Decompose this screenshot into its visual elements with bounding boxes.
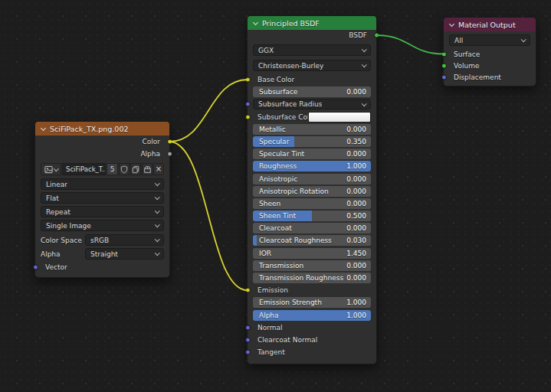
slider-sheen-tint[interactable]: Sheen Tint0.500 [253,211,371,221]
color-swatch[interactable] [308,112,371,122]
dropdown-linear[interactable]: Linear [41,178,164,190]
image-name-field[interactable]: SciFiPack_T... [62,163,106,175]
slider-specular[interactable]: Specular0.350 [253,136,371,147]
socket-out-displacement-icon[interactable] [441,74,447,80]
in-row: Vector [41,261,164,273]
socket-bsdf-cc-normal-icon[interactable] [245,337,251,342]
socket-bsdf-out-icon[interactable] [374,33,379,38]
collapse-chevron-icon[interactable] [41,125,46,130]
slider-anisotropic[interactable]: Anisotropic0.000 [253,174,371,185]
in-row: Volume [449,60,530,71]
collapse-chevron-icon[interactable] [449,21,454,26]
slider-sheen[interactable]: Sheen0.000 [253,198,371,209]
slider-subsurface[interactable]: Subsurface0.000 [253,87,371,97]
slider-label: Anisotropic [253,175,297,183]
node-header[interactable]: Principled BSDF [248,16,376,30]
node-principled-bsdf[interactable]: Principled BSDFBSDFGGXChristensen-Burley… [247,15,377,364]
socket-out-surface-icon[interactable] [441,51,447,57]
select-row: Single Image [41,220,164,231]
image-row: SciFiPack_T...5× [41,163,164,175]
chevron-down-icon [521,37,526,41]
lsel-row: AlphaStraight [41,248,164,260]
socket-tex-vector-icon[interactable] [33,265,38,270]
slider-label: Clearcoat Roughness [253,237,332,244]
slider-clearcoat-roughness[interactable]: Clearcoat Roughness0.030 [253,235,371,246]
chevron-down-icon [155,208,159,213]
socket-bsdf-emission-icon[interactable] [245,288,251,293]
chevron-down-icon [155,237,159,241]
slider-row: Emission Strength1.000 [253,297,371,308]
dropdown-ggx[interactable]: GGX [253,44,371,56]
node-material-output[interactable]: Material OutputAllSurfaceVolumeDisplacem… [443,17,536,87]
chevron-down-icon [155,194,159,199]
users-count-button[interactable]: 5 [107,163,118,175]
slider-value: 0.030 [346,237,371,244]
node-header[interactable]: Material Output [444,18,536,31]
slider-clearcoat[interactable]: Clearcoat0.000 [253,223,371,234]
dropdown-value: sRGB [90,237,109,244]
slider-value: 0.000 [346,88,371,96]
fake-user-shield-icon[interactable] [119,163,130,175]
tangent-label: Tangent [253,348,285,356]
surface-label: Surface [449,51,480,58]
dropdown-straight[interactable]: Straight [85,248,164,260]
dropdown-value: Flat [46,194,59,202]
collapse-chevron-icon[interactable] [253,19,258,24]
node-scifipack-tx-png-002[interactable]: SciFiPack_TX.png.002ColorAlphaSciFiPack_… [34,121,170,278]
slider-ior[interactable]: IOR1.450 [253,248,371,259]
copy-datablock-icon[interactable] [130,163,141,175]
dropdown-single-image[interactable]: Single Image [41,220,164,231]
select-row: Repeat [41,206,164,217]
pack-image-icon[interactable] [142,163,153,175]
slider-value: 0.500 [346,212,371,220]
emission-label: Emission [253,286,288,294]
select-row: Flat [41,192,164,204]
slider-anisotropic-rotation[interactable]: Anisotropic Rotation0.000 [253,186,371,197]
node-body: ColorAlphaSciFiPack_T...5×LinearFlatRepe… [35,136,169,277]
browse-image-button[interactable] [41,163,61,175]
socket-bsdf-normal-icon[interactable] [245,325,251,330]
socket-bsdf-base-color-icon[interactable] [245,77,251,83]
chevron-down-icon [155,181,159,185]
slider-label: Specular [253,138,289,145]
node-link-wire [169,80,248,142]
slider-value: 1.000 [346,299,371,306]
node-header[interactable]: SciFiPack_TX.png.002 [35,122,169,136]
dropdown-repeat[interactable]: Repeat [41,206,164,217]
dropdown-christensen-burley[interactable]: Christensen-Burley [253,60,371,71]
dropdown-srgb[interactable]: sRGB [85,234,164,246]
slider-value: 0.000 [346,262,371,270]
slider-row: Specular Tint0.000 [253,149,371,159]
slider-metallic[interactable]: Metallic0.000 [253,124,371,135]
dropdown-all[interactable]: All [449,34,530,46]
slider-emission-strength[interactable]: Emission Strength1.000 [253,297,371,308]
slider-alpha[interactable]: Alpha1.000 [253,310,371,321]
dropdown-value: Repeat [46,208,71,216]
socket-color-icon[interactable] [245,114,251,119]
unlink-close-icon[interactable]: × [153,163,164,175]
slider-label: Sheen [253,200,280,207]
dropdown-subsurface-radius[interactable]: Subsurface Radius [253,99,371,109]
in-row: Base Color [253,74,371,85]
slider-row: Clearcoat Roughness0.030 [253,235,371,246]
slider-row: Clearcoat0.000 [253,223,371,234]
socket-vector-icon[interactable] [245,102,251,107]
socket-tex-alpha-icon[interactable] [167,152,172,157]
socket-out-volume-icon[interactable] [441,63,447,68]
slider-value: 0.000 [346,274,371,282]
slider-transmission-roughness[interactable]: Transmission Roughness0.000 [253,273,371,283]
slider-roughness[interactable]: Roughness1.000 [253,161,371,172]
clearcoat-normal-label: Clearcoat Normal [253,336,317,344]
slider-value: 0.000 [346,175,371,183]
slider-row: Roughness1.000 [253,161,371,172]
slider-row: Transmission0.000 [253,260,371,271]
socket-bsdf-tangent-icon[interactable] [245,350,251,355]
slider-transmission[interactable]: Transmission0.000 [253,260,371,271]
in-row: Emission [253,285,371,296]
dropdown-flat[interactable]: Flat [41,192,164,204]
slider-row: Subsurface0.000 [253,87,371,97]
socket-tex-color-icon[interactable] [167,139,172,145]
slider-specular-tint[interactable]: Specular Tint0.000 [253,149,371,159]
in-row: Normal [253,322,371,333]
slider-label: IOR [253,250,271,257]
